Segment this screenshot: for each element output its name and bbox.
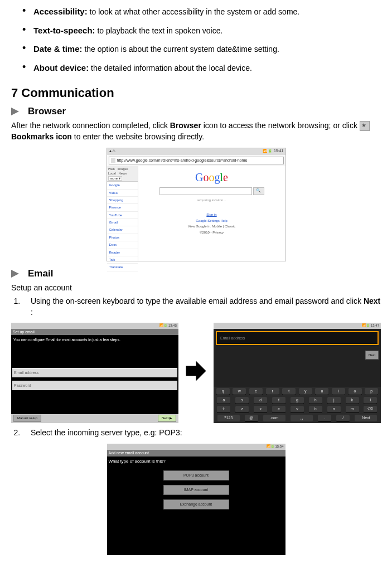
key: g — [291, 397, 304, 404]
email-keyboard-screenshot: 📶🔋 13:47 Email address Next qwertyuiop a… — [214, 323, 381, 423]
email-steps-2: Select the incoming server type, e.g: PO… — [11, 428, 381, 439]
bullet-text: to playback the text in spoken voice. — [95, 26, 223, 35]
step-text: Using the on-screen keyboard to type the… — [31, 297, 364, 305]
side-link: Shopping — [107, 197, 138, 204]
bookmarks-label: Bookmarks icon — [11, 132, 72, 141]
status-bar: 📶🔋 13:47 — [214, 323, 381, 329]
exchange-option: Exchange account — [163, 499, 229, 509]
section-heading: 7 Communication — [11, 85, 381, 102]
key: m — [346, 406, 359, 412]
key: r — [266, 388, 279, 395]
browser-tabs: Web Images Local News more ▾ — [107, 166, 138, 182]
key: k — [346, 397, 359, 404]
side-link: Finance — [107, 204, 138, 211]
subsection-title: Browser — [28, 105, 66, 118]
svg-marker-1 — [11, 270, 19, 278]
tab-news: News — [119, 172, 127, 175]
bullet-label: Text-to-speech: — [33, 26, 95, 35]
step-2: Select the incoming server type, e.g: PO… — [22, 428, 381, 439]
tab-web: Web — [108, 167, 115, 171]
screen-title: Add new email account — [107, 450, 285, 457]
email-address-field: Email address — [12, 368, 177, 377]
google-footer-links: Sign in Google Settings Help View Google… — [142, 212, 282, 235]
key: s — [235, 397, 249, 404]
status-bar: ▲⚠📶🔋 15:41 — [107, 148, 285, 155]
next-button: Next — [365, 351, 379, 360]
key: / — [336, 415, 350, 421]
text: to enter the website browsing directly. — [72, 132, 204, 141]
google-logo: Google — [142, 169, 282, 185]
key-next: Next — [355, 415, 377, 421]
search-button-icon: 🔍 — [253, 187, 264, 195]
question-text: What type of account is this? — [107, 457, 285, 466]
key: . — [318, 415, 331, 421]
bookmarks-icon — [360, 121, 370, 131]
key: q — [216, 388, 230, 395]
email-screenshot-row: 📶🔋 13:45 Set up email You can configure … — [11, 323, 381, 423]
key: c — [272, 406, 285, 412]
status-bar: 📶🔋 15:34 — [107, 444, 285, 450]
key: @ — [245, 415, 258, 421]
tab-more: more ▾ — [108, 176, 122, 181]
key: p — [365, 388, 378, 395]
tab-local: Local — [108, 172, 116, 175]
location-text: acquiring location... — [142, 198, 282, 202]
key: .com — [263, 415, 285, 421]
key: e — [249, 388, 263, 395]
key: w — [233, 388, 246, 395]
bullet-label: Date & time: — [33, 44, 83, 54]
bullet-text: the detailed information about the local… — [89, 64, 252, 72]
pop3-option: POP3 account — [163, 470, 229, 480]
key: t — [282, 388, 296, 395]
bullet-label: About device: — [33, 63, 89, 72]
status-time: 13:47 — [371, 324, 379, 327]
key: ⌫ — [364, 406, 377, 412]
key: i — [332, 388, 345, 395]
bullet-item: Text-to-speech: to playback the text in … — [22, 25, 381, 37]
footer-row: View Google in: Mobile | Classic — [142, 224, 282, 229]
footer-row: ©2010 - Privacy — [142, 230, 282, 235]
next-button: Next ▶ — [158, 415, 176, 421]
password-field: Password — [12, 381, 177, 390]
step-text: Select the incoming server type, e.g: PO… — [31, 428, 182, 437]
svg-marker-2 — [186, 361, 206, 381]
status-time: 15:41 — [274, 149, 284, 153]
footer-bar: Manual setup Next ▶ — [11, 414, 178, 423]
bullet-item: About device: the detailed information a… — [22, 62, 381, 74]
key: j — [327, 397, 341, 404]
side-link: Video — [107, 190, 138, 197]
svg-marker-0 — [11, 108, 19, 115]
bullet-text: to look at what other accessibility in t… — [88, 7, 300, 16]
key: b — [309, 406, 322, 412]
text: After the network connection completed, … — [11, 121, 170, 130]
key: a — [217, 397, 230, 404]
bullet-label: Accessibility: — [33, 7, 88, 16]
email-setup-screenshot: 📶🔋 13:45 Set up email You can configure … — [11, 323, 178, 423]
side-link: Calendar — [107, 226, 138, 234]
google-search-input — [159, 187, 252, 195]
email-steps: Using the on-screen keyboard to type the… — [11, 296, 381, 318]
key: f — [272, 397, 285, 404]
side-link: Translate — [107, 264, 138, 271]
key: h — [309, 397, 322, 404]
key: l — [364, 397, 377, 404]
browser-paragraph: After the network connection completed, … — [11, 120, 381, 142]
bullet-text: the option is about the current system d… — [83, 45, 279, 54]
key: u — [315, 388, 328, 395]
key: v — [291, 406, 304, 412]
side-link: Reader — [107, 249, 138, 256]
subsection-title: Email — [28, 267, 53, 280]
key: x — [254, 406, 267, 412]
key: z — [235, 406, 249, 412]
key: ⇧ — [217, 406, 230, 412]
page-icon — [111, 158, 115, 163]
key: d — [254, 397, 267, 404]
side-link: Talk — [107, 256, 138, 264]
status-time: 13:45 — [168, 324, 177, 327]
key: o — [349, 388, 362, 395]
status-time: 15:34 — [275, 445, 283, 448]
url-text: http://www.google.com/m?client=ms-androi… — [117, 158, 248, 163]
side-link: Docs — [107, 241, 138, 249]
email-address-field: Email address — [216, 331, 379, 346]
step-text: : — [31, 308, 33, 317]
